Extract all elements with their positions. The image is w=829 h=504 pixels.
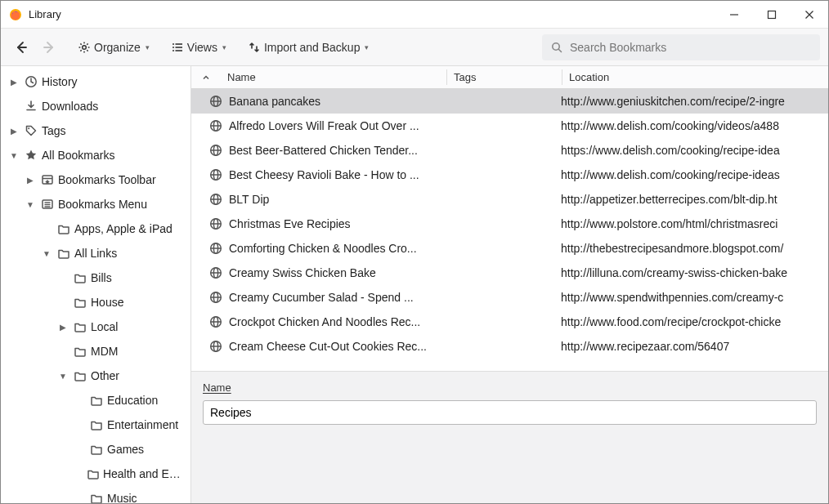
column-tags[interactable]: Tags bbox=[447, 71, 562, 83]
content-pane: Name Tags Location Banana pancakeshttp:/… bbox=[191, 66, 828, 503]
bookmark-row[interactable]: BLT Diphttp://appetizer.betterrecipes.co… bbox=[191, 187, 828, 212]
tree-item[interactable]: ▶Local bbox=[1, 314, 190, 339]
tree-item[interactable]: ▶Bookmarks Toolbar bbox=[1, 167, 190, 192]
row-name: Comforting Chicken & Noodles Cro... bbox=[229, 242, 446, 255]
svg-rect-31 bbox=[769, 11, 776, 18]
row-name: Cream Cheese Cut-Out Cookies Rec... bbox=[229, 340, 446, 353]
tree-item-label: All Links bbox=[74, 247, 117, 260]
tree-item-label: Music bbox=[107, 492, 137, 503]
tree-item[interactable]: Health and Exercise bbox=[1, 462, 190, 486]
tree-item[interactable]: ▶Tags bbox=[1, 118, 190, 143]
row-location: http://www.geniuskitchen.com/recipe/2-in… bbox=[561, 95, 828, 108]
gear-icon bbox=[78, 41, 91, 54]
column-picker-button[interactable] bbox=[191, 73, 221, 83]
twisty-icon: ▶ bbox=[7, 127, 20, 136]
tag-icon bbox=[24, 124, 38, 137]
column-location[interactable]: Location bbox=[562, 71, 828, 83]
bookmark-row[interactable]: Alfredo Lovers Will Freak Out Over ...ht… bbox=[191, 114, 828, 138]
window-minimize-button[interactable] bbox=[715, 1, 753, 29]
window-title: Library bbox=[29, 8, 61, 20]
tree-item[interactable]: Games bbox=[1, 437, 190, 462]
bookmark-row[interactable]: Christmas Eve Recipieshttp://www.polstor… bbox=[191, 212, 828, 236]
row-location: http://www.polstore.com/html/christmasre… bbox=[561, 217, 828, 230]
tree-item[interactable]: Entertainment bbox=[1, 413, 190, 437]
bookmark-row[interactable]: Creamy Cucumber Salad - Spend ...http://… bbox=[191, 285, 828, 310]
twisty-icon: ▼ bbox=[40, 249, 53, 258]
tree-item[interactable]: Music bbox=[1, 486, 190, 503]
name-field-label: Name bbox=[203, 381, 817, 394]
tree-item[interactable]: ▼All Bookmarks bbox=[1, 143, 190, 167]
folder-icon bbox=[56, 247, 71, 260]
bookmark-row[interactable]: Creamy Swiss Chicken Bakehttp://lilluna.… bbox=[191, 261, 828, 285]
twisty-icon: ▶ bbox=[7, 78, 20, 87]
window-maximize-button[interactable] bbox=[753, 1, 791, 29]
tree-item-label: Tags bbox=[42, 124, 66, 137]
bookmark-row[interactable]: Best Cheesy Ravioli Bake - How to ...htt… bbox=[191, 163, 828, 187]
tree-item[interactable]: Apps, Apple & iPad bbox=[1, 216, 190, 241]
folder-icon bbox=[89, 443, 104, 456]
row-name: Crockpot Chicken And Noodles Rec... bbox=[229, 315, 446, 328]
tree-item-label: Bookmarks Toolbar bbox=[58, 173, 156, 186]
twisty-icon: ▶ bbox=[24, 176, 37, 185]
menu-icon bbox=[40, 198, 55, 211]
row-location: http://lilluna.com/creamy-swiss-chicken-… bbox=[561, 266, 828, 279]
bookmark-row[interactable]: Cream Cheese Cut-Out Cookies Rec...http:… bbox=[191, 334, 828, 359]
views-label: Views bbox=[187, 41, 217, 54]
bookmark-list[interactable]: Banana pancakeshttp://www.geniuskitchen.… bbox=[191, 89, 828, 371]
chevron-down-icon: ▾ bbox=[222, 43, 226, 51]
twisty-icon: ▶ bbox=[56, 323, 69, 332]
search-icon bbox=[550, 41, 563, 54]
bookmark-row[interactable]: Crockpot Chicken And Noodles Rec...http:… bbox=[191, 310, 828, 334]
tree-item-label: Downloads bbox=[42, 100, 98, 113]
search-input[interactable] bbox=[570, 41, 812, 54]
bookmark-row[interactable]: Banana pancakeshttp://www.geniuskitchen.… bbox=[191, 89, 828, 114]
globe-icon bbox=[209, 340, 222, 353]
tree-item[interactable]: ▶History bbox=[1, 69, 190, 94]
twisty-icon: ▼ bbox=[7, 151, 20, 160]
forward-button[interactable] bbox=[37, 35, 61, 60]
row-location: http://www.recipezaar.com/56407 bbox=[561, 340, 828, 353]
globe-icon bbox=[209, 95, 222, 108]
list-icon bbox=[171, 41, 184, 54]
views-menu[interactable]: Views ▾ bbox=[166, 35, 231, 60]
tree-item-label: Local bbox=[91, 320, 118, 333]
window-close-button[interactable] bbox=[791, 1, 828, 29]
row-name: Best Beer-Battered Chicken Tender... bbox=[229, 144, 446, 157]
bookmark-row[interactable]: Comforting Chicken & Noodles Cro...http:… bbox=[191, 236, 828, 261]
tree-item-label: All Bookmarks bbox=[42, 149, 114, 162]
tree-item[interactable]: ▼All Links bbox=[1, 241, 190, 265]
column-name[interactable]: Name bbox=[221, 71, 446, 83]
tree-item[interactable]: Bills bbox=[1, 265, 190, 290]
import-backup-menu[interactable]: Import and Backup ▾ bbox=[243, 35, 374, 60]
tree-item[interactable]: ▼Other bbox=[1, 364, 190, 388]
globe-icon bbox=[209, 168, 222, 181]
import-label: Import and Backup bbox=[264, 41, 361, 54]
back-button[interactable] bbox=[9, 35, 34, 60]
folder-icon bbox=[87, 467, 100, 480]
folder-icon bbox=[73, 296, 87, 309]
globe-icon bbox=[209, 242, 222, 255]
tree-item-label: Other bbox=[91, 369, 119, 382]
tree-item[interactable]: Downloads bbox=[1, 94, 190, 118]
folder-icon bbox=[73, 320, 87, 333]
search-field[interactable] bbox=[542, 34, 820, 60]
tree-item[interactable]: House bbox=[1, 290, 190, 314]
import-export-icon bbox=[248, 41, 261, 54]
tree-item[interactable]: Education bbox=[1, 388, 190, 413]
tree-item[interactable]: ▼Bookmarks Menu bbox=[1, 192, 190, 216]
tree-item[interactable]: MDM bbox=[1, 339, 190, 364]
folder-icon bbox=[73, 369, 87, 382]
globe-icon bbox=[209, 315, 222, 328]
firefox-icon bbox=[9, 8, 22, 21]
tree-item-label: History bbox=[42, 75, 78, 88]
twisty-icon: ▼ bbox=[24, 200, 37, 209]
sidebar-tree[interactable]: ▶HistoryDownloads▶Tags▼All Bookmarks▶Boo… bbox=[1, 66, 191, 503]
name-field-input[interactable] bbox=[203, 400, 817, 425]
toolbar-icon bbox=[40, 173, 55, 186]
organize-menu[interactable]: Organize ▾ bbox=[73, 35, 155, 60]
bookmark-row[interactable]: Best Beer-Battered Chicken Tender...http… bbox=[191, 138, 828, 163]
tree-item-label: Games bbox=[107, 443, 144, 456]
details-pane: Name bbox=[191, 371, 828, 503]
globe-icon bbox=[209, 266, 222, 279]
folder-icon bbox=[56, 222, 71, 235]
